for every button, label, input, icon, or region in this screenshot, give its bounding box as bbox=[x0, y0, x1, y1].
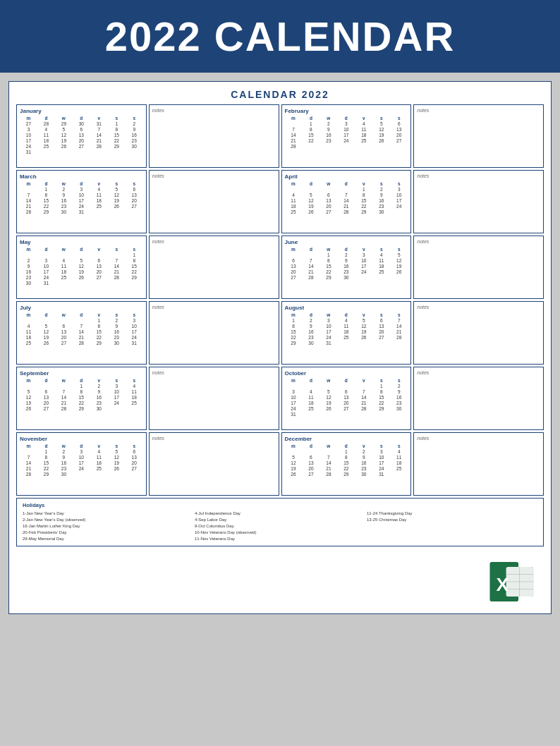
month-april: Aprilmdwdvss1234567891011121314151617181… bbox=[281, 170, 412, 233]
holiday-item: 2-Jan New Year's Day (observed) bbox=[23, 517, 193, 523]
notes-label: notes bbox=[152, 239, 276, 244]
header: 2022 CALENDAR bbox=[0, 0, 560, 73]
notes-box: notes bbox=[149, 367, 279, 430]
month-september: Septembermdwdvss123456789101112131415161… bbox=[16, 367, 147, 430]
notes-label: notes bbox=[152, 173, 276, 178]
month-table: mdwdvss123456789101112131415161718192021… bbox=[20, 378, 143, 411]
holiday-item: 10-Nov Veterans Day (observed) bbox=[195, 530, 365, 536]
month-name: February bbox=[285, 108, 408, 114]
month-name: December bbox=[285, 436, 408, 442]
notes-box: notes bbox=[149, 301, 279, 365]
holidays-col3: 11-24 Thanksgiving Day13-25 Christmas Da… bbox=[367, 510, 537, 542]
month-table: mdwdvss123456789101112131415161718192021… bbox=[285, 312, 408, 346]
month-table: mdwdvss123456789101112131415161718192021… bbox=[20, 247, 143, 286]
month-table: mdwdvss272829303112345678910111213141516… bbox=[20, 116, 143, 154]
month-table: mdwdvss123456789101112131415161718192021… bbox=[20, 444, 143, 477]
month-may: Maymdwdvss123456789101112131415161718192… bbox=[16, 236, 147, 299]
month-name: June bbox=[285, 239, 408, 245]
month-august: Augustmdwdvss123456789101112131415161718… bbox=[281, 301, 412, 365]
month-table: mdwdvss123456789101112131415161718192021… bbox=[285, 116, 408, 149]
notes-label: notes bbox=[152, 108, 276, 113]
holiday-item: 11-24 Thanksgiving Day bbox=[367, 510, 537, 517]
excel-logo: X bbox=[487, 557, 537, 606]
calendar-title: CALENDAR 2022 bbox=[16, 89, 544, 100]
month-march: Marchmdwdvss1234567891011121314151617181… bbox=[16, 170, 147, 233]
notes-label: notes bbox=[417, 239, 540, 244]
notes-box: notes bbox=[413, 432, 544, 496]
month-table: mdwdvss123456789101112131415161718192021… bbox=[285, 378, 408, 417]
holidays-col2: 4-Jul Independence Day4-Sep Labor Day9-O… bbox=[195, 510, 365, 542]
month-table: mdwdvss123456789101112131415161718192021… bbox=[285, 247, 408, 280]
holiday-item: 20-Feb Presidents' Day bbox=[23, 530, 193, 536]
svg-text:X: X bbox=[497, 574, 509, 595]
notes-label: notes bbox=[417, 305, 540, 310]
notes-box: notes bbox=[149, 432, 279, 496]
month-february: Februarymdwdvss1234567891011121314151617… bbox=[281, 104, 412, 168]
month-october: Octobermdwdvss12345678910111213141516171… bbox=[281, 367, 412, 430]
holiday-item: 16-Jan Martin Luther King Day bbox=[23, 523, 193, 530]
page-title: 2022 CALENDAR bbox=[21, 13, 539, 60]
holiday-item: 4-Sep Labor Day bbox=[195, 517, 365, 523]
month-name: October bbox=[285, 370, 408, 377]
notes-box: notes bbox=[149, 170, 279, 233]
month-june: Junemdwdvss12345678910111213141516171819… bbox=[281, 236, 412, 299]
notes-label: notes bbox=[152, 305, 276, 310]
notes-box: notes bbox=[413, 104, 544, 168]
month-name: November bbox=[20, 436, 143, 442]
notes-box: notes bbox=[413, 236, 544, 299]
notes-label: notes bbox=[417, 108, 540, 113]
month-name: August bbox=[285, 305, 408, 311]
holiday-item: 9-Oct Columbus Day bbox=[195, 523, 365, 530]
holiday-item: 29-May Memorial Day bbox=[23, 536, 193, 542]
month-name: January bbox=[20, 108, 143, 114]
holidays-title: Holidays bbox=[23, 502, 537, 508]
month-name: September bbox=[20, 370, 143, 377]
notes-label: notes bbox=[152, 370, 276, 375]
notes-label: notes bbox=[417, 370, 540, 375]
notes-box: notes bbox=[149, 104, 279, 168]
notes-box: notes bbox=[149, 236, 279, 299]
notes-label: notes bbox=[152, 436, 276, 441]
month-table: mdwdvss123456789101112131415161718192021… bbox=[20, 312, 143, 346]
holiday-item: 13-25 Christmas Day bbox=[367, 517, 537, 523]
month-july: Julymdwdvss12345678910111213141516171819… bbox=[16, 301, 147, 365]
notes-label: notes bbox=[417, 436, 540, 441]
month-november: Novembermdwdvss1234567891011121314151617… bbox=[16, 432, 147, 496]
month-name: July bbox=[20, 305, 143, 311]
month-table: mdwdvss123456789101112131415161718192021… bbox=[285, 181, 408, 214]
holidays-col1: 1-Jan New Year's Day2-Jan New Year's Day… bbox=[23, 510, 193, 542]
month-table: mdwdvss123456789101112131415161718192021… bbox=[285, 444, 408, 477]
notes-label: notes bbox=[417, 173, 540, 178]
holiday-item: 4-Jul Independence Day bbox=[195, 510, 365, 517]
holiday-item: 11-Nov Veterans Day bbox=[195, 536, 365, 542]
month-name: May bbox=[20, 239, 143, 245]
holidays-section: Holidays 1-Jan New Year's Day2-Jan New Y… bbox=[16, 498, 544, 546]
calendar-grid: Januarymdwdvss27282930311234567891011121… bbox=[16, 104, 544, 496]
month-name: April bbox=[285, 173, 408, 180]
month-table: mdwdvss123456789101112131415161718192021… bbox=[20, 181, 143, 214]
month-december: Decembermdwdvss1234567891011121314151617… bbox=[281, 432, 412, 496]
notes-box: notes bbox=[413, 301, 544, 365]
notes-box: notes bbox=[413, 367, 544, 430]
month-january: Januarymdwdvss27282930311234567891011121… bbox=[16, 104, 147, 168]
notes-box: notes bbox=[413, 170, 544, 233]
month-name: March bbox=[20, 173, 143, 180]
main-container: CALENDAR 2022 Januarymdwdvss272829303112… bbox=[8, 81, 552, 614]
holiday-item: 1-Jan New Year's Day bbox=[23, 510, 193, 517]
